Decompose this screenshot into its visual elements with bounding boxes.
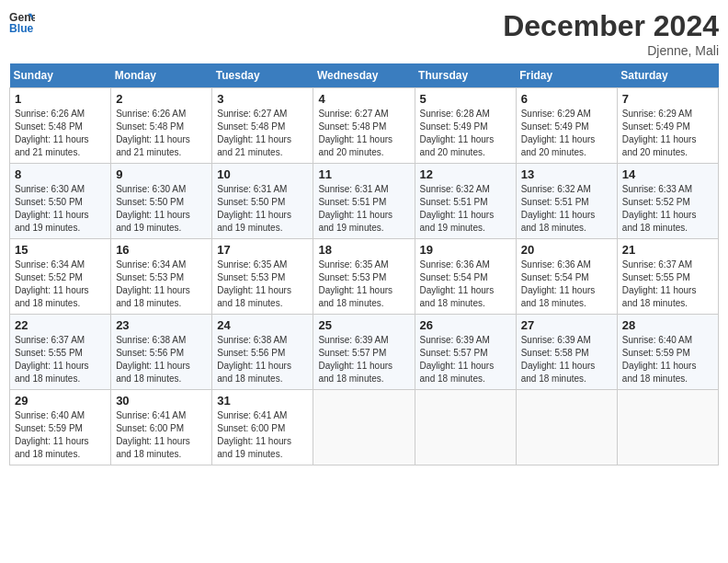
- calendar-day-cell: 26 Sunrise: 6:39 AMSunset: 5:57 PMDaylig…: [415, 315, 516, 390]
- day-info: Sunrise: 6:31 AMSunset: 5:51 PMDaylight:…: [318, 183, 409, 235]
- day-info: Sunrise: 6:41 AMSunset: 6:00 PMDaylight:…: [217, 409, 308, 461]
- weekday-header: Saturday: [617, 63, 718, 88]
- day-number: 16: [116, 243, 207, 257]
- calendar-day-cell: 28 Sunrise: 6:40 AMSunset: 5:59 PMDaylig…: [617, 315, 718, 390]
- day-number: 25: [318, 318, 409, 332]
- day-info: Sunrise: 6:34 AMSunset: 5:53 PMDaylight:…: [116, 259, 207, 310]
- day-number: 31: [217, 394, 308, 408]
- day-info: Sunrise: 6:40 AMSunset: 5:59 PMDaylight:…: [622, 334, 713, 385]
- weekday-header: Thursday: [415, 63, 516, 88]
- day-number: 4: [318, 92, 409, 106]
- calendar-day-cell: 31 Sunrise: 6:41 AMSunset: 6:00 PMDaylig…: [212, 390, 313, 465]
- weekday-header: Friday: [516, 63, 617, 88]
- calendar-day-cell: 4 Sunrise: 6:27 AMSunset: 5:48 PMDayligh…: [313, 88, 415, 164]
- day-number: 28: [622, 318, 713, 332]
- day-number: 24: [217, 318, 308, 332]
- calendar-day-cell: 20 Sunrise: 6:36 AMSunset: 5:54 PMDaylig…: [516, 239, 617, 315]
- calendar-day-cell: 16 Sunrise: 6:34 AMSunset: 5:53 PMDaylig…: [111, 239, 212, 315]
- calendar-week-row: 29 Sunrise: 6:40 AMSunset: 5:59 PMDaylig…: [10, 390, 719, 465]
- day-info: Sunrise: 6:31 AMSunset: 5:50 PMDaylight:…: [217, 183, 308, 235]
- day-number: 13: [521, 167, 612, 181]
- day-number: 10: [217, 167, 308, 181]
- month-title: December 2024: [503, 9, 719, 43]
- day-number: 9: [116, 167, 207, 181]
- calendar-day-cell: 14 Sunrise: 6:33 AMSunset: 5:52 PMDaylig…: [617, 164, 718, 239]
- day-info: Sunrise: 6:28 AMSunset: 5:49 PMDaylight:…: [420, 108, 511, 159]
- day-number: 19: [420, 243, 511, 257]
- logo-icon: General Blue: [9, 9, 35, 35]
- calendar-day-cell: [516, 390, 617, 465]
- calendar-day-cell: 3 Sunrise: 6:27 AMSunset: 5:48 PMDayligh…: [212, 88, 313, 164]
- calendar-day-cell: 22 Sunrise: 6:37 AMSunset: 5:55 PMDaylig…: [10, 315, 111, 390]
- day-number: 1: [15, 92, 106, 106]
- day-info: Sunrise: 6:27 AMSunset: 5:48 PMDaylight:…: [318, 108, 409, 159]
- day-number: 5: [420, 92, 511, 106]
- day-number: 26: [420, 318, 511, 332]
- day-info: Sunrise: 6:32 AMSunset: 5:51 PMDaylight:…: [420, 183, 511, 235]
- day-number: 23: [116, 318, 207, 332]
- calendar-day-cell: 24 Sunrise: 6:38 AMSunset: 5:56 PMDaylig…: [212, 315, 313, 390]
- weekday-header: Wednesday: [313, 63, 415, 88]
- day-number: 30: [116, 394, 207, 408]
- day-info: Sunrise: 6:37 AMSunset: 5:55 PMDaylight:…: [15, 334, 106, 385]
- day-number: 20: [521, 243, 612, 257]
- calendar-day-cell: 7 Sunrise: 6:29 AMSunset: 5:49 PMDayligh…: [617, 88, 718, 164]
- day-info: Sunrise: 6:29 AMSunset: 5:49 PMDaylight:…: [521, 108, 612, 159]
- calendar-day-cell: 13 Sunrise: 6:32 AMSunset: 5:51 PMDaylig…: [516, 164, 617, 239]
- day-info: Sunrise: 6:33 AMSunset: 5:52 PMDaylight:…: [622, 183, 713, 235]
- weekday-header-row: SundayMondayTuesdayWednesdayThursdayFrid…: [10, 63, 719, 88]
- calendar-day-cell: [313, 390, 415, 465]
- day-number: 6: [521, 92, 612, 106]
- calendar-week-row: 22 Sunrise: 6:37 AMSunset: 5:55 PMDaylig…: [10, 315, 719, 390]
- day-number: 14: [622, 167, 713, 181]
- calendar-day-cell: 21 Sunrise: 6:37 AMSunset: 5:55 PMDaylig…: [617, 239, 718, 315]
- day-number: 21: [622, 243, 713, 257]
- day-number: 29: [15, 394, 106, 408]
- calendar-day-cell: 25 Sunrise: 6:39 AMSunset: 5:57 PMDaylig…: [313, 315, 415, 390]
- calendar-day-cell: 15 Sunrise: 6:34 AMSunset: 5:52 PMDaylig…: [10, 239, 111, 315]
- calendar-day-cell: 30 Sunrise: 6:41 AMSunset: 6:00 PMDaylig…: [111, 390, 212, 465]
- day-number: 17: [217, 243, 308, 257]
- day-info: Sunrise: 6:26 AMSunset: 5:48 PMDaylight:…: [15, 108, 106, 159]
- day-number: 12: [420, 167, 511, 181]
- location: Djenne, Mali: [503, 43, 719, 58]
- calendar-week-row: 15 Sunrise: 6:34 AMSunset: 5:52 PMDaylig…: [10, 239, 719, 315]
- day-number: 11: [318, 167, 409, 181]
- svg-text:Blue: Blue: [9, 22, 34, 35]
- calendar-day-cell: 2 Sunrise: 6:26 AMSunset: 5:48 PMDayligh…: [111, 88, 212, 164]
- day-info: Sunrise: 6:39 AMSunset: 5:58 PMDaylight:…: [521, 334, 612, 385]
- day-info: Sunrise: 6:40 AMSunset: 5:59 PMDaylight:…: [15, 409, 106, 461]
- day-info: Sunrise: 6:41 AMSunset: 6:00 PMDaylight:…: [116, 409, 207, 461]
- calendar-day-cell: 11 Sunrise: 6:31 AMSunset: 5:51 PMDaylig…: [313, 164, 415, 239]
- calendar-day-cell: 23 Sunrise: 6:38 AMSunset: 5:56 PMDaylig…: [111, 315, 212, 390]
- calendar-day-cell: 8 Sunrise: 6:30 AMSunset: 5:50 PMDayligh…: [10, 164, 111, 239]
- day-number: 22: [15, 318, 106, 332]
- calendar-day-cell: 5 Sunrise: 6:28 AMSunset: 5:49 PMDayligh…: [415, 88, 516, 164]
- day-info: Sunrise: 6:32 AMSunset: 5:51 PMDaylight:…: [521, 183, 612, 235]
- day-info: Sunrise: 6:38 AMSunset: 5:56 PMDaylight:…: [116, 334, 207, 385]
- calendar-day-cell: 19 Sunrise: 6:36 AMSunset: 5:54 PMDaylig…: [415, 239, 516, 315]
- day-number: 27: [521, 318, 612, 332]
- weekday-header: Sunday: [10, 63, 111, 88]
- day-number: 15: [15, 243, 106, 257]
- calendar-day-cell: 9 Sunrise: 6:30 AMSunset: 5:50 PMDayligh…: [111, 164, 212, 239]
- calendar-day-cell: 29 Sunrise: 6:40 AMSunset: 5:59 PMDaylig…: [10, 390, 111, 465]
- day-info: Sunrise: 6:30 AMSunset: 5:50 PMDaylight:…: [15, 183, 106, 235]
- day-number: 2: [116, 92, 207, 106]
- page-header: General Blue December 2024 Djenne, Mali: [9, 9, 719, 58]
- calendar-day-cell: 17 Sunrise: 6:35 AMSunset: 5:53 PMDaylig…: [212, 239, 313, 315]
- day-info: Sunrise: 6:30 AMSunset: 5:50 PMDaylight:…: [116, 183, 207, 235]
- day-info: Sunrise: 6:26 AMSunset: 5:48 PMDaylight:…: [116, 108, 207, 159]
- calendar-day-cell: 6 Sunrise: 6:29 AMSunset: 5:49 PMDayligh…: [516, 88, 617, 164]
- day-info: Sunrise: 6:27 AMSunset: 5:48 PMDaylight:…: [217, 108, 308, 159]
- day-number: 3: [217, 92, 308, 106]
- day-info: Sunrise: 6:34 AMSunset: 5:52 PMDaylight:…: [15, 259, 106, 310]
- calendar-day-cell: 1 Sunrise: 6:26 AMSunset: 5:48 PMDayligh…: [10, 88, 111, 164]
- day-number: 8: [15, 167, 106, 181]
- day-info: Sunrise: 6:37 AMSunset: 5:55 PMDaylight:…: [622, 259, 713, 310]
- calendar-day-cell: 12 Sunrise: 6:32 AMSunset: 5:51 PMDaylig…: [415, 164, 516, 239]
- calendar-day-cell: [415, 390, 516, 465]
- title-block: December 2024 Djenne, Mali: [503, 9, 719, 58]
- weekday-header: Monday: [111, 63, 212, 88]
- day-info: Sunrise: 6:29 AMSunset: 5:49 PMDaylight:…: [622, 108, 713, 159]
